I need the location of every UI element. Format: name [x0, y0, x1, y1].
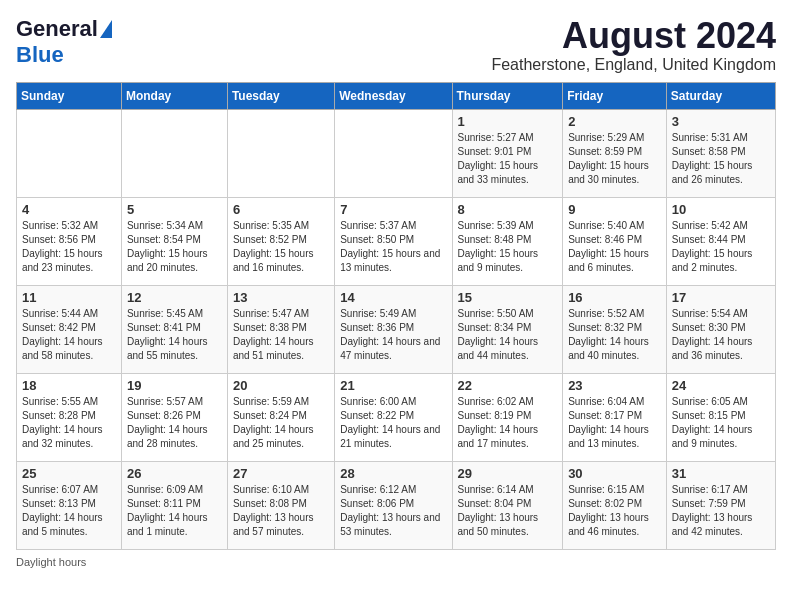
day-number: 10 — [672, 202, 770, 217]
header-day-tuesday: Tuesday — [227, 82, 334, 109]
day-info: Sunrise: 5:39 AM Sunset: 8:48 PM Dayligh… — [458, 219, 558, 275]
calendar-cell: 21Sunrise: 6:00 AM Sunset: 8:22 PM Dayli… — [335, 373, 452, 461]
footer-text: Daylight hours — [16, 556, 86, 568]
header-day-thursday: Thursday — [452, 82, 563, 109]
day-info: Sunrise: 5:59 AM Sunset: 8:24 PM Dayligh… — [233, 395, 329, 451]
week-row-1: 1Sunrise: 5:27 AM Sunset: 9:01 PM Daylig… — [17, 109, 776, 197]
day-info: Sunrise: 6:04 AM Sunset: 8:17 PM Dayligh… — [568, 395, 661, 451]
header-day-saturday: Saturday — [666, 82, 775, 109]
logo-triangle-icon — [100, 20, 112, 38]
day-number: 14 — [340, 290, 446, 305]
day-info: Sunrise: 6:05 AM Sunset: 8:15 PM Dayligh… — [672, 395, 770, 451]
day-number: 20 — [233, 378, 329, 393]
day-number: 11 — [22, 290, 116, 305]
day-info: Sunrise: 5:32 AM Sunset: 8:56 PM Dayligh… — [22, 219, 116, 275]
day-number: 28 — [340, 466, 446, 481]
calendar-table: SundayMondayTuesdayWednesdayThursdayFrid… — [16, 82, 776, 550]
day-number: 23 — [568, 378, 661, 393]
calendar-cell: 11Sunrise: 5:44 AM Sunset: 8:42 PM Dayli… — [17, 285, 122, 373]
calendar-cell: 23Sunrise: 6:04 AM Sunset: 8:17 PM Dayli… — [563, 373, 667, 461]
day-number: 12 — [127, 290, 222, 305]
day-info: Sunrise: 5:37 AM Sunset: 8:50 PM Dayligh… — [340, 219, 446, 275]
calendar-subtitle: Featherstone, England, United Kingdom — [491, 56, 776, 74]
footer-note: Daylight hours — [16, 556, 776, 568]
calendar-cell: 16Sunrise: 5:52 AM Sunset: 8:32 PM Dayli… — [563, 285, 667, 373]
day-info: Sunrise: 6:09 AM Sunset: 8:11 PM Dayligh… — [127, 483, 222, 539]
calendar-cell: 2Sunrise: 5:29 AM Sunset: 8:59 PM Daylig… — [563, 109, 667, 197]
day-number: 19 — [127, 378, 222, 393]
day-number: 15 — [458, 290, 558, 305]
header-day-monday: Monday — [121, 82, 227, 109]
header-day-friday: Friday — [563, 82, 667, 109]
day-number: 9 — [568, 202, 661, 217]
day-info: Sunrise: 5:44 AM Sunset: 8:42 PM Dayligh… — [22, 307, 116, 363]
day-number: 22 — [458, 378, 558, 393]
day-info: Sunrise: 6:15 AM Sunset: 8:02 PM Dayligh… — [568, 483, 661, 539]
day-number: 6 — [233, 202, 329, 217]
day-number: 5 — [127, 202, 222, 217]
day-info: Sunrise: 5:52 AM Sunset: 8:32 PM Dayligh… — [568, 307, 661, 363]
calendar-cell: 29Sunrise: 6:14 AM Sunset: 8:04 PM Dayli… — [452, 461, 563, 549]
day-number: 29 — [458, 466, 558, 481]
day-info: Sunrise: 6:14 AM Sunset: 8:04 PM Dayligh… — [458, 483, 558, 539]
calendar-cell: 12Sunrise: 5:45 AM Sunset: 8:41 PM Dayli… — [121, 285, 227, 373]
calendar-cell: 20Sunrise: 5:59 AM Sunset: 8:24 PM Dayli… — [227, 373, 334, 461]
calendar-cell: 25Sunrise: 6:07 AM Sunset: 8:13 PM Dayli… — [17, 461, 122, 549]
day-number: 17 — [672, 290, 770, 305]
calendar-cell: 26Sunrise: 6:09 AM Sunset: 8:11 PM Dayli… — [121, 461, 227, 549]
day-number: 8 — [458, 202, 558, 217]
day-number: 4 — [22, 202, 116, 217]
calendar-cell — [227, 109, 334, 197]
header-day-wednesday: Wednesday — [335, 82, 452, 109]
day-info: Sunrise: 6:02 AM Sunset: 8:19 PM Dayligh… — [458, 395, 558, 451]
day-info: Sunrise: 6:17 AM Sunset: 7:59 PM Dayligh… — [672, 483, 770, 539]
calendar-cell: 6Sunrise: 5:35 AM Sunset: 8:52 PM Daylig… — [227, 197, 334, 285]
day-info: Sunrise: 5:55 AM Sunset: 8:28 PM Dayligh… — [22, 395, 116, 451]
calendar-cell: 17Sunrise: 5:54 AM Sunset: 8:30 PM Dayli… — [666, 285, 775, 373]
day-number: 24 — [672, 378, 770, 393]
day-number: 13 — [233, 290, 329, 305]
calendar-cell: 19Sunrise: 5:57 AM Sunset: 8:26 PM Dayli… — [121, 373, 227, 461]
calendar-cell: 14Sunrise: 5:49 AM Sunset: 8:36 PM Dayli… — [335, 285, 452, 373]
calendar-cell: 22Sunrise: 6:02 AM Sunset: 8:19 PM Dayli… — [452, 373, 563, 461]
day-info: Sunrise: 5:50 AM Sunset: 8:34 PM Dayligh… — [458, 307, 558, 363]
logo-blue: Blue — [16, 42, 64, 68]
week-row-5: 25Sunrise: 6:07 AM Sunset: 8:13 PM Dayli… — [17, 461, 776, 549]
week-row-2: 4Sunrise: 5:32 AM Sunset: 8:56 PM Daylig… — [17, 197, 776, 285]
day-number: 2 — [568, 114, 661, 129]
calendar-title: August 2024 — [491, 16, 776, 56]
calendar-cell: 3Sunrise: 5:31 AM Sunset: 8:58 PM Daylig… — [666, 109, 775, 197]
calendar-cell: 4Sunrise: 5:32 AM Sunset: 8:56 PM Daylig… — [17, 197, 122, 285]
calendar-cell: 7Sunrise: 5:37 AM Sunset: 8:50 PM Daylig… — [335, 197, 452, 285]
calendar-cell: 24Sunrise: 6:05 AM Sunset: 8:15 PM Dayli… — [666, 373, 775, 461]
day-number: 30 — [568, 466, 661, 481]
day-number: 21 — [340, 378, 446, 393]
calendar-cell: 1Sunrise: 5:27 AM Sunset: 9:01 PM Daylig… — [452, 109, 563, 197]
calendar-header-row: SundayMondayTuesdayWednesdayThursdayFrid… — [17, 82, 776, 109]
day-info: Sunrise: 6:00 AM Sunset: 8:22 PM Dayligh… — [340, 395, 446, 451]
day-info: Sunrise: 5:47 AM Sunset: 8:38 PM Dayligh… — [233, 307, 329, 363]
day-info: Sunrise: 5:29 AM Sunset: 8:59 PM Dayligh… — [568, 131, 661, 187]
calendar-cell: 15Sunrise: 5:50 AM Sunset: 8:34 PM Dayli… — [452, 285, 563, 373]
calendar-cell — [121, 109, 227, 197]
calendar-cell — [335, 109, 452, 197]
day-info: Sunrise: 5:54 AM Sunset: 8:30 PM Dayligh… — [672, 307, 770, 363]
day-info: Sunrise: 6:10 AM Sunset: 8:08 PM Dayligh… — [233, 483, 329, 539]
day-info: Sunrise: 6:07 AM Sunset: 8:13 PM Dayligh… — [22, 483, 116, 539]
day-info: Sunrise: 6:12 AM Sunset: 8:06 PM Dayligh… — [340, 483, 446, 539]
calendar-cell — [17, 109, 122, 197]
day-number: 27 — [233, 466, 329, 481]
calendar-cell: 18Sunrise: 5:55 AM Sunset: 8:28 PM Dayli… — [17, 373, 122, 461]
day-info: Sunrise: 5:45 AM Sunset: 8:41 PM Dayligh… — [127, 307, 222, 363]
week-row-4: 18Sunrise: 5:55 AM Sunset: 8:28 PM Dayli… — [17, 373, 776, 461]
calendar-cell: 10Sunrise: 5:42 AM Sunset: 8:44 PM Dayli… — [666, 197, 775, 285]
calendar-cell: 27Sunrise: 6:10 AM Sunset: 8:08 PM Dayli… — [227, 461, 334, 549]
calendar-cell: 31Sunrise: 6:17 AM Sunset: 7:59 PM Dayli… — [666, 461, 775, 549]
header-day-sunday: Sunday — [17, 82, 122, 109]
day-number: 25 — [22, 466, 116, 481]
day-number: 3 — [672, 114, 770, 129]
day-info: Sunrise: 5:35 AM Sunset: 8:52 PM Dayligh… — [233, 219, 329, 275]
day-number: 7 — [340, 202, 446, 217]
day-number: 26 — [127, 466, 222, 481]
day-number: 1 — [458, 114, 558, 129]
